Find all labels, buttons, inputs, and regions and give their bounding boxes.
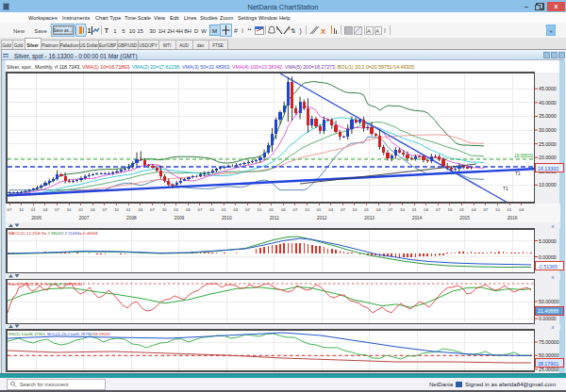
svg-text:Edit: Edit bbox=[170, 15, 179, 21]
svg-text:T1: T1 bbox=[503, 186, 508, 191]
svg-text:A: A bbox=[367, 28, 371, 34]
svg-text:1: 1 bbox=[88, 27, 92, 34]
svg-text:Silver: Silver bbox=[26, 43, 39, 48]
svg-text:10: 10 bbox=[305, 207, 309, 212]
svg-text:dax: dax bbox=[197, 43, 205, 48]
svg-text:2H: 2H bbox=[167, 28, 175, 34]
svg-text:01: 01 bbox=[222, 207, 226, 212]
svg-text:2012: 2012 bbox=[317, 216, 327, 220]
svg-text:RSI(1) 14=38.17901, BOL(2) 20;: RSI(1) 14=38.17901, BOL(2) 20;2.0=45.267… bbox=[8, 332, 110, 336]
svg-text:01: 01 bbox=[78, 207, 83, 212]
svg-text:07: 07 bbox=[150, 207, 155, 212]
svg-text:Gold: Gold bbox=[14, 43, 24, 48]
svg-text:18.69500: 18.69500 bbox=[514, 154, 533, 158]
svg-text:04: 04 bbox=[91, 207, 95, 212]
svg-text:25.0000: 25.0000 bbox=[539, 141, 557, 147]
svg-text:New: New bbox=[13, 28, 25, 34]
svg-text:01: 01 bbox=[31, 207, 36, 212]
svg-text:W: W bbox=[201, 28, 207, 34]
svg-text:Platinum: Platinum bbox=[42, 43, 58, 48]
svg-text:04: 04 bbox=[519, 207, 524, 212]
svg-text:NetDania: NetDania bbox=[429, 382, 454, 387]
svg-text:38.17901: 38.17901 bbox=[538, 361, 558, 367]
svg-text:GBP/USD: GBP/USD bbox=[118, 43, 138, 48]
svg-text:10: 10 bbox=[67, 207, 72, 212]
svg-text:04: 04 bbox=[186, 207, 191, 212]
svg-text:07: 07 bbox=[55, 207, 59, 212]
svg-text:10: 10 bbox=[495, 207, 500, 212]
svg-text:07: 07 bbox=[103, 207, 108, 212]
svg-text:Window: Window bbox=[258, 15, 278, 21]
svg-text:1H: 1H bbox=[158, 28, 166, 34]
svg-text:I: I bbox=[384, 27, 386, 34]
svg-text:75.00000: 75.00000 bbox=[539, 339, 559, 345]
svg-text:USD/JPY: USD/JPY bbox=[139, 43, 157, 48]
svg-text:2015: 2015 bbox=[459, 216, 470, 220]
svg-text:2016: 2016 bbox=[508, 216, 518, 220]
svg-text:07: 07 bbox=[8, 207, 12, 212]
svg-text:07: 07 bbox=[388, 207, 392, 212]
svg-text:01: 01 bbox=[126, 207, 131, 212]
svg-text:8H: 8H bbox=[184, 28, 191, 34]
svg-text:30: 30 bbox=[149, 28, 156, 34]
svg-text:T: T bbox=[105, 27, 109, 34]
svg-text:FTSE: FTSE bbox=[212, 43, 224, 48]
svg-text:Save: Save bbox=[34, 28, 47, 34]
svg-text:Palladium: Palladium bbox=[59, 43, 78, 48]
svg-text:-2.51365: -2.51365 bbox=[538, 264, 558, 270]
svg-text:x: x bbox=[555, 3, 558, 9]
svg-text:01: 01 bbox=[508, 207, 512, 212]
svg-text:10.0000: 10.0000 bbox=[539, 182, 557, 188]
svg-text:20.0000: 20.0000 bbox=[539, 155, 557, 160]
svg-text:10: 10 bbox=[114, 207, 119, 212]
svg-text:4H: 4H bbox=[175, 28, 183, 34]
svg-text:2010: 2010 bbox=[222, 216, 232, 220]
svg-text:01: 01 bbox=[459, 207, 464, 212]
svg-text:Gold: Gold bbox=[2, 43, 11, 48]
svg-text:Eur/GBP: Eur/GBP bbox=[99, 43, 116, 48]
svg-text:01: 01 bbox=[364, 207, 369, 212]
svg-text:04: 04 bbox=[233, 207, 238, 212]
svg-text:2007: 2007 bbox=[79, 216, 90, 220]
svg-text:50.00000: 50.00000 bbox=[539, 299, 559, 304]
svg-text:0.00000: 0.00000 bbox=[539, 254, 557, 260]
svg-text:A: A bbox=[375, 28, 379, 34]
svg-text:x: x bbox=[552, 223, 555, 229]
svg-text:AUD: AUD bbox=[179, 43, 189, 48]
svg-text:D: D bbox=[194, 28, 199, 34]
svg-text:T1: T1 bbox=[515, 171, 521, 176]
svg-text:): ) bbox=[299, 27, 301, 35]
svg-text:07: 07 bbox=[436, 207, 441, 212]
svg-text:Studies: Studies bbox=[200, 15, 218, 21]
svg-text:07: 07 bbox=[483, 207, 488, 212]
svg-text:04: 04 bbox=[43, 207, 48, 212]
svg-text:10: 10 bbox=[209, 207, 214, 212]
svg-text:x: x bbox=[552, 324, 555, 330]
svg-text:Time Scale: Time Scale bbox=[125, 15, 151, 21]
svg-text:50.00000: 50.00000 bbox=[539, 352, 559, 358]
svg-text:01: 01 bbox=[412, 207, 417, 212]
svg-text:10: 10 bbox=[448, 207, 453, 212]
svg-text:Save as...: Save as... bbox=[53, 28, 72, 33]
svg-text:Silver, spot - 16.13300 - 0:00: Silver, spot - 16.13300 - 0:00:00 01 Mar… bbox=[14, 53, 138, 60]
svg-text:Zoom: Zoom bbox=[220, 15, 234, 21]
svg-text:⇅: ⇅ bbox=[291, 27, 296, 34]
svg-text:X: X bbox=[321, 27, 325, 36]
svg-text:40.0000: 40.0000 bbox=[539, 100, 557, 106]
svg-text:04: 04 bbox=[138, 207, 142, 212]
svg-text:16.13300: 16.13300 bbox=[538, 166, 558, 172]
svg-text:2014: 2014 bbox=[412, 216, 423, 220]
svg-text:15: 15 bbox=[137, 28, 143, 34]
svg-text:Chart Type: Chart Type bbox=[95, 15, 121, 21]
svg-text:Settings: Settings bbox=[238, 15, 257, 21]
svg-text:10: 10 bbox=[19, 207, 24, 212]
svg-text:Signed in as afarida84@gmail.c: Signed in as afarida84@gmail.com bbox=[465, 381, 556, 387]
svg-text:2009: 2009 bbox=[175, 216, 185, 220]
svg-text:35.0000: 35.0000 bbox=[539, 113, 557, 119]
svg-text:x: x bbox=[552, 274, 555, 280]
svg-text:2008: 2008 bbox=[126, 216, 137, 220]
svg-text:10: 10 bbox=[353, 207, 358, 212]
svg-text:US Dollar: US Dollar bbox=[79, 43, 98, 48]
svg-text:◄: ◄ bbox=[548, 28, 553, 34]
svg-text:Help: Help bbox=[279, 15, 291, 21]
